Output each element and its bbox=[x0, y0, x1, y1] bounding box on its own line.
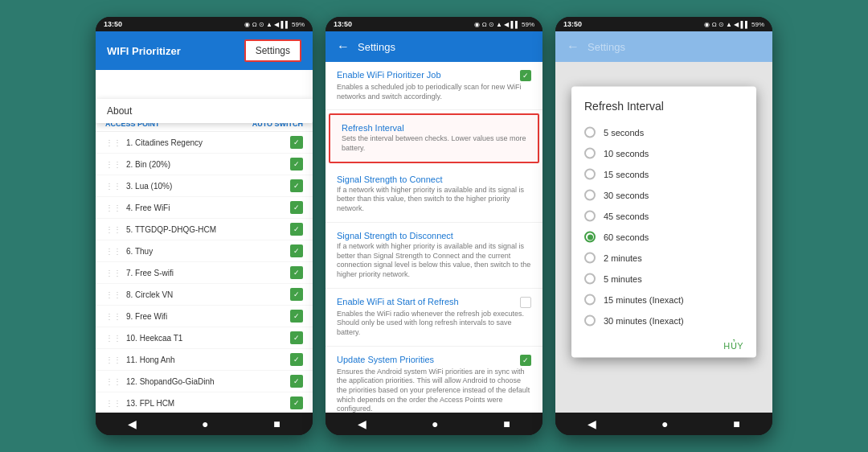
phone2-settings-content: Enable WiFi Prioritizer Job ✓ Enables a … bbox=[326, 62, 542, 413]
setting-title: Enable WiFi Prioritizer Job bbox=[337, 70, 441, 80]
access-point-name: 12. ShopandGo-GiaDinh bbox=[126, 377, 215, 386]
setting-checkbox[interactable]: ✓ bbox=[520, 70, 531, 81]
setting-checkbox[interactable]: ✓ bbox=[520, 355, 531, 366]
access-point-toggle[interactable]: ✓ bbox=[290, 201, 303, 214]
access-row[interactable]: ⋮⋮ 10. Heekcaa T1 ✓ bbox=[96, 327, 313, 349]
phone3-back-btn[interactable]: ← bbox=[567, 39, 579, 54]
access-point-toggle[interactable]: ✓ bbox=[290, 331, 303, 344]
access-row[interactable]: ⋮⋮ 8. Circlek VN ✓ bbox=[96, 284, 313, 306]
access-row[interactable]: ⋮⋮ 5. TTGDQP-DHQG-HCM ✓ bbox=[96, 219, 313, 240]
access-row-left: ⋮⋮ 10. Heekcaa T1 bbox=[105, 334, 182, 343]
access-point-toggle[interactable]: ✓ bbox=[290, 158, 303, 171]
access-point-toggle[interactable]: ✓ bbox=[290, 310, 303, 323]
drag-icon: ⋮⋮ bbox=[105, 138, 121, 147]
phone3-title: Settings bbox=[588, 41, 625, 53]
setting-desc: Ensures the Android system WiFi prioriti… bbox=[337, 368, 531, 413]
phone2-status-bar: 13:50 ◉ Ω ⊙ ▲ ◀ ▌▌ 59% bbox=[326, 17, 542, 31]
access-point-toggle[interactable]: ✓ bbox=[290, 179, 303, 192]
access-point-toggle[interactable]: ✓ bbox=[290, 266, 303, 279]
access-row-left: ⋮⋮ 5. TTGDQP-DHQG-HCM bbox=[105, 225, 216, 234]
radio-button[interactable] bbox=[584, 211, 596, 222]
setting-item[interactable]: Signal Strength to Disconnect If a netwo… bbox=[326, 223, 542, 289]
access-row[interactable]: ⋮⋮ 2. Bin (20%) ✓ bbox=[96, 154, 313, 175]
dialog-option[interactable]: 10 seconds bbox=[571, 143, 756, 164]
dialog-option[interactable]: 60 seconds bbox=[571, 227, 756, 248]
dialog-option[interactable]: 2 minutes bbox=[571, 248, 756, 269]
access-point-toggle[interactable]: ✓ bbox=[290, 288, 303, 301]
setting-item[interactable]: Enable WiFi at Start of Refresh Enables … bbox=[326, 289, 542, 347]
dialog-option[interactable]: 30 minutes (Inexact) bbox=[571, 310, 756, 331]
phone3-nav-back[interactable]: ◀ bbox=[588, 417, 596, 430]
cancel-button[interactable]: HỦY bbox=[723, 341, 743, 351]
radio-button[interactable] bbox=[584, 127, 596, 138]
access-row[interactable]: ⋮⋮ 13. FPL HCM ✓ bbox=[96, 392, 313, 413]
setting-item-header: Enable WiFi at Start of Refresh bbox=[337, 297, 531, 308]
setting-title: Refresh Interval bbox=[342, 123, 404, 133]
radio-button[interactable] bbox=[584, 253, 596, 264]
phone1-nav-home[interactable]: ● bbox=[202, 417, 208, 430]
phone1-time: 13:50 bbox=[104, 20, 122, 28]
access-point-toggle[interactable]: ✓ bbox=[290, 136, 303, 149]
dialog-option[interactable]: 30 seconds bbox=[571, 185, 756, 206]
setting-item[interactable]: Enable WiFi Prioritizer Job ✓ Enables a … bbox=[326, 62, 542, 110]
phone1-nav-back[interactable]: ◀ bbox=[128, 417, 137, 430]
phone3-nav-square[interactable]: ■ bbox=[733, 417, 739, 430]
drag-icon: ⋮⋮ bbox=[105, 312, 121, 321]
radio-button[interactable] bbox=[584, 232, 596, 243]
phone1-nav-square[interactable]: ■ bbox=[273, 417, 280, 430]
dialog-option[interactable]: 45 seconds bbox=[571, 206, 756, 227]
access-row[interactable]: ⋮⋮ 1. Citadines Regency ✓ bbox=[96, 132, 313, 154]
radio-button[interactable] bbox=[584, 273, 596, 285]
radio-button[interactable] bbox=[584, 148, 596, 159]
phone1-about-item[interactable]: About bbox=[96, 99, 313, 123]
phone2-nav-bar: ◀ ● ■ bbox=[326, 413, 542, 435]
access-row[interactable]: ⋮⋮ 11. Hong Anh ✓ bbox=[96, 349, 313, 371]
setting-item[interactable]: Refresh Interval Sets the interval betwe… bbox=[329, 113, 539, 162]
phone1-screen: WIFI Prioritizer Settings About Enable S… bbox=[96, 31, 313, 413]
setting-title: Enable WiFi at Start of Refresh bbox=[337, 297, 459, 306]
phone3-nav-home[interactable]: ● bbox=[661, 417, 668, 430]
phone2-nav-home[interactable]: ● bbox=[432, 417, 438, 430]
dialog-option[interactable]: 15 minutes (Inexact) bbox=[571, 290, 756, 310]
dialog-option[interactable]: 5 minutes bbox=[571, 269, 756, 290]
dialog-option[interactable]: 5 seconds bbox=[571, 122, 756, 143]
option-label: 15 seconds bbox=[604, 170, 649, 179]
access-row-left: ⋮⋮ 12. ShopandGo-GiaDinh bbox=[105, 377, 215, 386]
phone3-header: ← Settings bbox=[555, 31, 772, 62]
dialog-footer: HỦY bbox=[571, 335, 756, 358]
access-row[interactable]: ⋮⋮ 12. ShopandGo-GiaDinh ✓ bbox=[96, 371, 313, 392]
access-row[interactable]: ⋮⋮ 6. Thuy ✓ bbox=[96, 240, 313, 262]
drag-icon: ⋮⋮ bbox=[105, 182, 121, 191]
radio-button[interactable] bbox=[584, 169, 596, 180]
access-point-toggle[interactable]: ✓ bbox=[290, 397, 303, 409]
access-row[interactable]: ⋮⋮ 3. Lua (10%) ✓ bbox=[96, 175, 313, 197]
radio-button[interactable] bbox=[584, 294, 596, 306]
radio-button[interactable] bbox=[584, 315, 596, 327]
access-row[interactable]: ⋮⋮ 9. Free Wifi ✓ bbox=[96, 306, 313, 327]
phone3-status-bar: 13:50 ◉ Ω ⊙ ▲ ◀ ▌▌ 59% bbox=[555, 17, 772, 31]
dialog-title: Refresh Interval bbox=[571, 87, 756, 119]
option-label: 45 seconds bbox=[604, 212, 649, 221]
phone2-back-btn[interactable]: ← bbox=[337, 39, 350, 54]
phone2-nav-square[interactable]: ■ bbox=[503, 417, 510, 430]
access-row-left: ⋮⋮ 1. Citadines Regency bbox=[105, 138, 203, 147]
access-point-toggle[interactable]: ✓ bbox=[290, 353, 303, 366]
phone2-nav-back[interactable]: ◀ bbox=[358, 417, 366, 430]
setting-item[interactable]: Update System Priorities ✓ Ensures the A… bbox=[326, 347, 542, 413]
access-point-toggle[interactable]: ✓ bbox=[290, 375, 303, 388]
access-point-toggle[interactable]: ✓ bbox=[290, 223, 303, 236]
phone1-nav-bar: ◀ ● ■ bbox=[96, 413, 313, 435]
radio-button[interactable] bbox=[584, 190, 596, 201]
access-row-left: ⋮⋮ 8. Circlek VN bbox=[105, 290, 173, 299]
dialog-option[interactable]: 15 seconds bbox=[571, 164, 756, 185]
phone3-status-icons: ◉ Ω ⊙ ▲ ◀ ▌▌ 59% bbox=[704, 21, 764, 28]
setting-item[interactable]: Signal Strength to Connect If a network … bbox=[326, 166, 542, 223]
access-row[interactable]: ⋮⋮ 7. Free S-wifi ✓ bbox=[96, 262, 313, 284]
drag-icon: ⋮⋮ bbox=[105, 290, 121, 299]
access-point-toggle[interactable]: ✓ bbox=[290, 244, 303, 257]
access-row[interactable]: ⋮⋮ 4. Free WiFi ✓ bbox=[96, 197, 313, 219]
phone3-time: 13:50 bbox=[563, 20, 582, 28]
setting-checkbox[interactable] bbox=[520, 297, 531, 308]
drag-icon: ⋮⋮ bbox=[105, 247, 121, 256]
phone1-settings-menu[interactable]: Settings bbox=[244, 39, 301, 62]
